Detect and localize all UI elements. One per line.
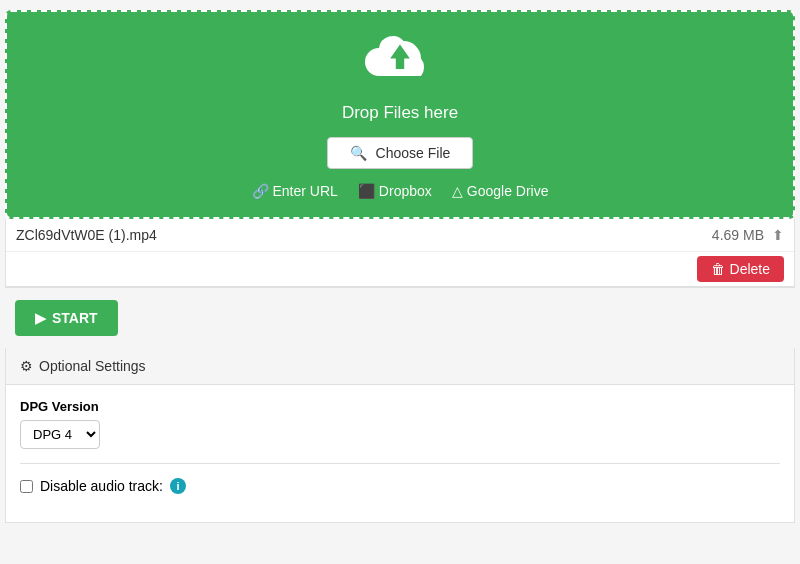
delete-button[interactable]: 🗑 Delete — [697, 256, 784, 282]
start-button[interactable]: ▶ START — [15, 300, 118, 336]
search-icon: 🔍 — [350, 145, 367, 161]
info-icon[interactable]: i — [170, 478, 186, 494]
disable-audio-checkbox[interactable] — [20, 480, 33, 493]
drop-files-text: Drop Files here — [27, 103, 773, 123]
google-drive-link[interactable]: △ Google Drive — [452, 183, 549, 199]
dropbox-icon: ⬛ — [358, 183, 375, 199]
play-icon: ▶ — [35, 310, 46, 326]
trash-icon: 🗑 — [711, 261, 725, 277]
enter-url-link[interactable]: 🔗 Enter URL — [252, 183, 338, 199]
disable-audio-row: Disable audio track: i — [20, 478, 780, 494]
google-drive-icon: △ — [452, 183, 463, 199]
settings-header: ⚙ Optional Settings — [6, 348, 794, 385]
file-actions: 🗑 Delete — [6, 252, 794, 286]
disable-audio-label: Disable audio track: — [40, 478, 163, 494]
source-links: 🔗 Enter URL ⬛ Dropbox △ Google Drive — [27, 183, 773, 199]
file-list: ZCl69dVtW0E (1).mp4 4.69 MB ⬆ 🗑 Delete — [5, 219, 795, 287]
settings-body: DPG Version DPG 4 DPG 3 DPG 2 DPG 1 Disa… — [6, 385, 794, 522]
optional-settings: ⚙ Optional Settings DPG Version DPG 4 DP… — [5, 348, 795, 523]
dpg-version-select[interactable]: DPG 4 DPG 3 DPG 2 DPG 1 — [20, 420, 100, 449]
controls-bar: ▶ START — [5, 287, 795, 348]
dropzone[interactable]: Drop Files here 🔍 Choose File 🔗 Enter UR… — [5, 10, 795, 219]
file-size: 4.69 MB — [712, 227, 764, 243]
dropbox-link[interactable]: ⬛ Dropbox — [358, 183, 432, 199]
file-name: ZCl69dVtW0E (1).mp4 — [16, 227, 712, 243]
dpg-version-row: DPG Version DPG 4 DPG 3 DPG 2 DPG 1 — [20, 399, 780, 449]
file-size-area: 4.69 MB ⬆ — [712, 227, 784, 243]
upload-cloud-icon — [365, 32, 435, 95]
choose-file-button[interactable]: 🔍 Choose File — [327, 137, 474, 169]
link-icon: 🔗 — [252, 183, 269, 199]
file-row: ZCl69dVtW0E (1).mp4 4.69 MB ⬆ — [6, 219, 794, 252]
file-upload-icon: ⬆ — [772, 227, 784, 243]
dpg-version-label: DPG Version — [20, 399, 780, 414]
settings-divider — [20, 463, 780, 464]
gear-icon: ⚙ — [20, 358, 33, 374]
